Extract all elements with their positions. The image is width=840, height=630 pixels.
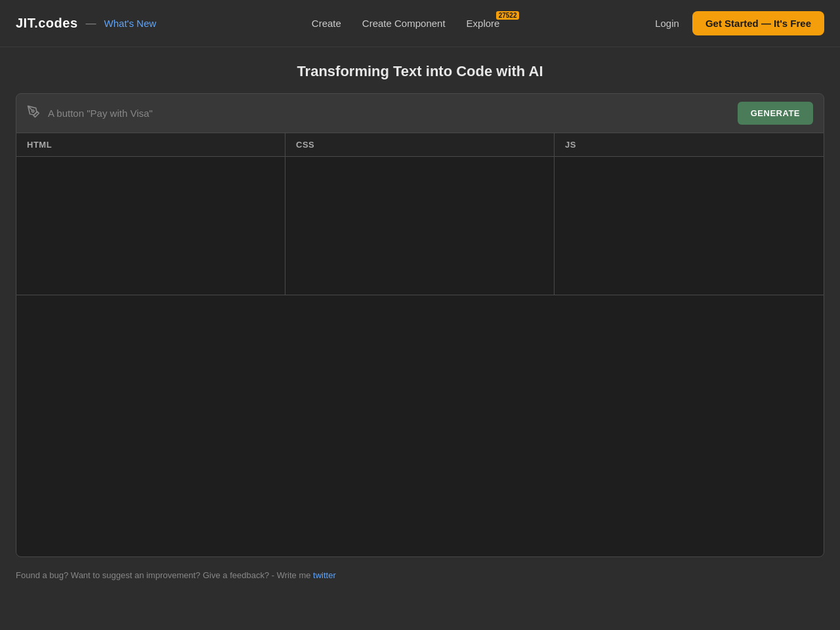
js-panel: JS <box>555 133 824 295</box>
css-panel-body <box>285 157 554 295</box>
explore-link[interactable]: Explore <box>467 18 500 29</box>
preview-area <box>16 295 824 557</box>
input-area: GENERATE <box>16 93 824 133</box>
prompt-input[interactable] <box>48 108 730 119</box>
nav-left: JIT.codes — What's New <box>16 16 156 31</box>
create-component-link[interactable]: Create Component <box>362 18 446 29</box>
get-started-button[interactable]: Get Started — It's Free <box>692 11 824 35</box>
css-panel: CSS <box>285 133 555 295</box>
nav-center: Create Create Component Explore 27522 <box>156 18 655 29</box>
main-content: Transforming Text into Code with AI GENE… <box>0 47 840 557</box>
explore-wrapper: Explore 27522 <box>467 18 500 29</box>
html-panel-header: HTML <box>16 133 285 157</box>
whats-new-link[interactable]: What's New <box>104 18 157 29</box>
navbar: JIT.codes — What's New Create Create Com… <box>0 0 840 47</box>
explore-badge: 27522 <box>496 11 520 20</box>
code-panels: HTML CSS JS <box>16 133 824 295</box>
login-link[interactable]: Login <box>655 18 679 29</box>
nav-dash: — <box>86 18 96 30</box>
svg-point-0 <box>32 110 34 112</box>
js-panel-header: JS <box>555 133 824 157</box>
pen-icon <box>27 105 40 121</box>
nav-right: Login Get Started — It's Free <box>655 11 824 35</box>
footer: Found a bug? Want to suggest an improvem… <box>0 557 840 593</box>
page-title: Transforming Text into Code with AI <box>16 63 824 80</box>
twitter-link[interactable]: twitter <box>313 570 336 580</box>
brand-name: JIT.codes <box>16 16 78 31</box>
js-panel-body <box>555 157 824 295</box>
css-panel-header: CSS <box>285 133 554 157</box>
html-panel-body <box>16 157 285 295</box>
create-link[interactable]: Create <box>312 18 341 29</box>
footer-text: Found a bug? Want to suggest an improvem… <box>16 570 313 580</box>
generate-button[interactable]: GENERATE <box>738 102 813 125</box>
html-panel: HTML <box>16 133 285 295</box>
